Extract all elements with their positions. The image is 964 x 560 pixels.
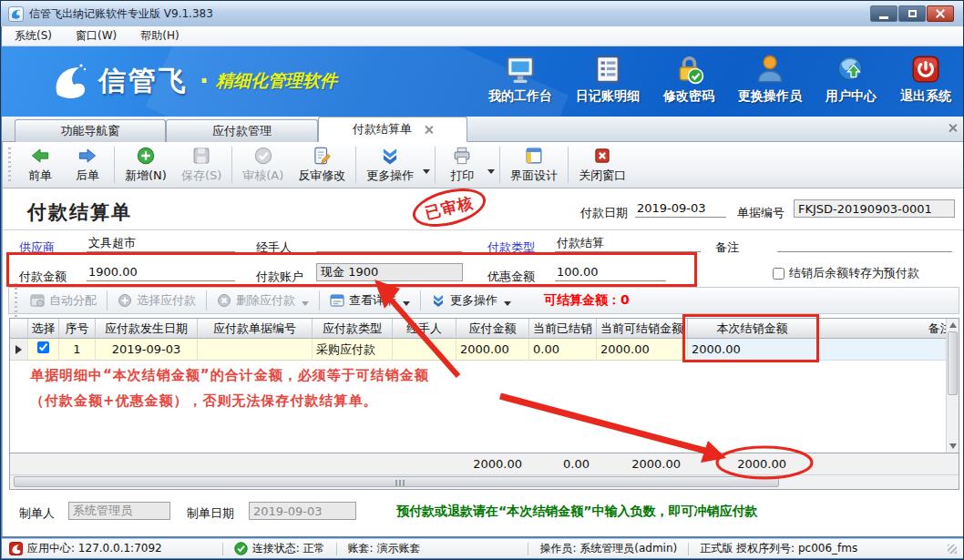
double-chevron-down-icon [431, 293, 446, 308]
header-select[interactable]: 选择 [28, 319, 59, 339]
handler-field[interactable] [316, 234, 462, 252]
next-doc-button[interactable]: 后单 [64, 143, 111, 187]
horizontal-scrollbar[interactable] [10, 474, 959, 489]
unaudit-button[interactable]: 反审修改 [291, 143, 353, 187]
pay-account-label: 付款账户 [256, 269, 303, 285]
tab-function-nav-label: 功能导航窗 [61, 123, 120, 139]
supplier-field[interactable] [87, 234, 235, 252]
more-operations-dropdown-icon[interactable] [423, 169, 430, 174]
menu-help[interactable]: 帮助(H) [140, 28, 179, 44]
journal-detail-button[interactable]: 日记账明细 [576, 54, 640, 105]
user-center-button[interactable]: 用户中心 [826, 54, 877, 105]
tab-close-icon[interactable] [425, 126, 433, 134]
grid-toolbar: 自动分配 选择应付款 删除应付款 查看详情 更多操作 [8, 287, 959, 314]
grid-more-operations-button[interactable]: 更多操作 [424, 292, 518, 309]
switch-operator-button[interactable]: 更换操作员 [738, 54, 802, 105]
next-doc-label: 后单 [76, 168, 99, 184]
banner-buttons: 我的工作台 日记账明细 修改密码 [488, 54, 951, 105]
add-button[interactable]: 新增(N) [118, 143, 174, 187]
view-detail-dropdown-icon[interactable] [403, 301, 410, 306]
vertical-scrollbar[interactable] [946, 319, 959, 453]
tabstrip-close-icon[interactable] [949, 124, 957, 132]
totals-spacer [10, 453, 456, 474]
creator-label: 制单人 [19, 505, 55, 522]
transfer-prepay-checkbox[interactable] [773, 268, 785, 280]
supplier-label[interactable]: 供应商 [19, 239, 55, 256]
power-icon [910, 54, 941, 85]
pay-date-field[interactable] [635, 199, 726, 218]
doc-no-field[interactable] [794, 199, 955, 218]
remark-field[interactable] [777, 234, 952, 252]
auto-assign-button[interactable]: 自动分配 [23, 292, 104, 309]
status-account-set: 账套: 演示账套 [348, 541, 421, 556]
header-remark[interactable]: 备注 [817, 319, 946, 339]
remark-label: 备注 [715, 239, 739, 256]
toolbar-separator [231, 147, 232, 183]
row-date-cell: 2019-09-03 [96, 339, 198, 361]
header-settled[interactable]: 当前已结销 [529, 319, 597, 339]
green-note: 预付款或退款请在“本次结销金额”中输入负数，即可冲销应付款 [396, 504, 757, 520]
creator-field[interactable] [68, 502, 170, 520]
close-window-icon [592, 146, 612, 166]
header-handler[interactable]: 经手人 [393, 319, 456, 339]
resize-grip-icon[interactable] [948, 545, 957, 554]
select-payable-button[interactable]: 选择应付款 [110, 292, 203, 309]
menu-system[interactable]: 系统(S) [15, 28, 52, 44]
header-doc-no[interactable]: 应付款单据编号 [198, 319, 313, 339]
header-date[interactable]: 应付款发生日期 [96, 319, 198, 339]
view-detail-button[interactable]: 查看详情 [323, 292, 417, 309]
row-select-checkbox[interactable] [37, 341, 49, 353]
row-select-cell [28, 339, 59, 361]
audit-button[interactable]: 审核(A) [235, 143, 291, 187]
close-window-button[interactable]: 关闭窗口 [571, 143, 633, 187]
user-center-label: 用户中心 [826, 88, 877, 105]
table-row[interactable]: 1 2019-09-03 采购应付款 2000.00 0.00 2000.00 … [10, 339, 946, 361]
prev-doc-label: 前单 [28, 168, 52, 184]
menu-window[interactable]: 窗口(W) [76, 28, 117, 44]
scroll-up-icon[interactable] [949, 322, 957, 328]
workbench-button[interactable]: 我的工作台 [488, 54, 552, 105]
grid-more-dropdown-icon[interactable] [504, 301, 511, 306]
header-available[interactable]: 当前可结销金额 [597, 319, 688, 339]
scroll-down-icon[interactable] [949, 443, 957, 449]
pay-type-label[interactable]: 付款类型 [487, 239, 535, 256]
prev-doc-button[interactable]: 前单 [16, 143, 64, 187]
pay-amount-field[interactable] [87, 263, 235, 281]
tab-function-nav[interactable]: 功能导航窗 [15, 119, 166, 142]
exit-system-button[interactable]: 退出系统 [900, 54, 951, 105]
auto-assign-label: 自动分配 [49, 292, 97, 309]
more-operations-button[interactable]: 更多操作 [359, 143, 421, 187]
create-date-field[interactable] [249, 502, 356, 520]
save-button[interactable]: 保存(S) [174, 143, 229, 187]
horizontal-scroll-thumb[interactable] [14, 476, 779, 487]
change-password-button[interactable]: 修改密码 [663, 54, 714, 105]
ui-design-button[interactable]: 界面设计 [503, 143, 565, 187]
maximize-button[interactable] [898, 5, 926, 22]
toolbar-separator [499, 147, 500, 183]
pay-type-field[interactable] [555, 234, 701, 252]
unaudit-label: 反审修改 [298, 168, 345, 184]
row-current-cell[interactable]: 2000.00 [688, 339, 817, 361]
minimize-button[interactable] [870, 5, 897, 22]
header-type[interactable]: 应付款类型 [313, 319, 393, 339]
pay-account-field[interactable] [316, 263, 463, 281]
print-dropdown-icon[interactable] [487, 169, 495, 174]
totals-row: 2000.00 0.00 2000.00 2000.00 [10, 453, 959, 474]
delete-payable-button[interactable]: 删除应付款 [210, 292, 316, 309]
header-seq[interactable]: 序号 [59, 319, 96, 339]
transfer-prepay-option: 结销后余额转存为预付款 [773, 265, 919, 281]
tab-payment-settlement[interactable]: 付款结算单 [318, 117, 467, 142]
vertical-scroll-thumb[interactable] [948, 331, 958, 395]
grid-toolbar-separator [319, 290, 320, 311]
toolbar-grip[interactable] [8, 148, 11, 182]
tab-payable-mgmt[interactable]: 应付款管理 [166, 119, 318, 142]
header-payable[interactable]: 应付金额 [456, 319, 529, 339]
close-button[interactable] [927, 5, 954, 22]
document-area: 付款结算单 已审核 付款日期 单据编号 供应商 经手人 付款类型 备注 付款金额… [2, 188, 964, 536]
row-doc-no-cell [198, 339, 313, 361]
header-current[interactable]: 本次结销金额 [688, 319, 817, 339]
discount-field[interactable] [555, 263, 666, 281]
grid-toolbar-grip[interactable] [15, 283, 17, 318]
print-button[interactable]: 打印 [438, 143, 486, 187]
toolbar-separator [568, 147, 569, 183]
